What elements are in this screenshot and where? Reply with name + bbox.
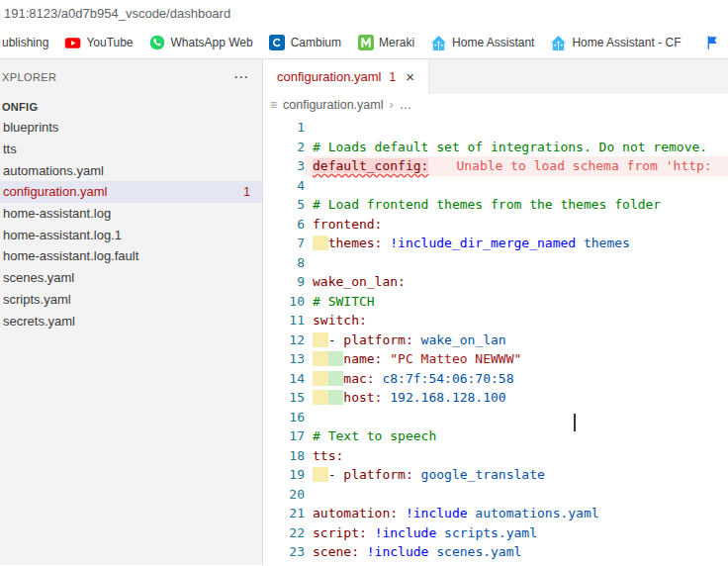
- line-number[interactable]: 2: [263, 138, 305, 157]
- line-number[interactable]: 13: [263, 349, 305, 369]
- bookmark-meraki[interactable]: Meraki: [357, 35, 414, 51]
- file-item-scenes-yaml[interactable]: scenes.yaml: [0, 267, 262, 289]
- breadcrumb-more[interactable]: …: [400, 98, 412, 112]
- code-line-9[interactable]: 9wake_on_lan:: [263, 272, 728, 292]
- line-number[interactable]: 21: [263, 504, 305, 523]
- code-text[interactable]: - platform: google_translate: [305, 465, 728, 485]
- code-line-7[interactable]: 7 themes: !include_dir_merge_named theme…: [263, 234, 728, 253]
- code-line-17[interactable]: 17# Text to speech: [263, 426, 728, 446]
- line-number[interactable]: 11: [263, 311, 305, 330]
- code-line-11[interactable]: 11switch:: [263, 311, 728, 330]
- code-line-3[interactable]: 3default_config:Unable to load schema fr…: [263, 156, 728, 176]
- code-line-4[interactable]: 4: [263, 176, 728, 196]
- code-line-12[interactable]: 12 - platform: wake_on_lan: [263, 330, 728, 350]
- address-bar[interactable]: 191:8123/a0d7b954_vscode/dashboard: [0, 0, 728, 27]
- bookmark-whatsapp-web[interactable]: WhatsApp Web: [149, 35, 253, 51]
- bookmark-youtube[interactable]: YouTube: [64, 35, 133, 51]
- code-text[interactable]: # SWITCH: [305, 292, 728, 312]
- line-number[interactable]: 17: [263, 426, 305, 446]
- code-line-18[interactable]: 18tts:: [263, 446, 728, 466]
- tab-configuration-yaml[interactable]: configuration.yaml 1 ×: [263, 59, 429, 94]
- bookmark-label: WhatsApp Web: [171, 36, 253, 49]
- line-number[interactable]: 10: [263, 292, 305, 312]
- code-line-10[interactable]: 10# SWITCH: [263, 292, 728, 312]
- bookmark-cambium[interactable]: Cambium: [269, 35, 341, 51]
- code-text[interactable]: switch:: [305, 311, 728, 330]
- breadcrumb-file[interactable]: configuration.yaml: [283, 98, 383, 112]
- file-item-blueprints[interactable]: blueprints: [0, 117, 262, 139]
- code-line-21[interactable]: 21automation: !include automations.yaml: [263, 504, 728, 523]
- code-text[interactable]: [305, 118, 728, 138]
- code-line-13[interactable]: 13 name: "PC Matteo NEWWW": [263, 349, 728, 369]
- code-text[interactable]: # Load frontend themes from the themes f…: [305, 195, 728, 215]
- file-item-scripts-yaml[interactable]: scripts.yaml: [0, 289, 262, 311]
- line-number[interactable]: 16: [263, 408, 305, 427]
- code-line-15[interactable]: 15 host: 192.168.128.100: [263, 388, 728, 408]
- code-text[interactable]: name: "PC Matteo NEWWW": [305, 349, 728, 369]
- code-line-23[interactable]: 23scene: !include scenes.yaml: [263, 542, 728, 562]
- code-text[interactable]: [305, 562, 728, 566]
- line-number[interactable]: 19: [263, 465, 305, 485]
- code-text[interactable]: scene: !include scenes.yaml: [305, 542, 728, 562]
- file-item-configuration-yaml[interactable]: configuration.yaml1: [0, 181, 262, 203]
- line-number[interactable]: 12: [263, 330, 305, 350]
- bookmark-home-assistant-cf[interactable]: Home Assistant - CF: [550, 35, 681, 51]
- code-text[interactable]: # Text to speech: [305, 426, 728, 446]
- file-item-home-assistant-log-1[interactable]: home-assistant.log.1: [0, 224, 262, 245]
- code-text[interactable]: host: 192.168.128.100: [305, 388, 728, 408]
- code-text[interactable]: [305, 176, 728, 196]
- line-number[interactable]: 4: [263, 176, 305, 196]
- line-number[interactable]: 7: [263, 234, 305, 253]
- code-line-19[interactable]: 19 - platform: google_translate: [263, 465, 728, 485]
- code-text[interactable]: automation: !include automations.yaml: [305, 504, 728, 523]
- code-text[interactable]: [305, 253, 728, 273]
- line-number[interactable]: 15: [263, 388, 305, 408]
- code-line-14[interactable]: 14 mac: c8:7f:54:06:70:58: [263, 369, 728, 389]
- code-line-1[interactable]: 1: [263, 118, 728, 138]
- code-text[interactable]: [305, 485, 728, 505]
- line-number[interactable]: 1: [263, 118, 305, 138]
- file-item-home-assistant-log-fault[interactable]: home-assistant.log.fault: [0, 245, 262, 267]
- code-editor[interactable]: 12# Loads default set of integrations. D…: [263, 116, 728, 565]
- code-text[interactable]: default_config:Unable to load schema fro…: [305, 156, 728, 176]
- line-number[interactable]: 9: [263, 272, 305, 292]
- line-number[interactable]: 3: [263, 156, 305, 176]
- code-text[interactable]: wake_on_lan:: [305, 272, 728, 292]
- tab-close-icon[interactable]: ×: [404, 68, 416, 85]
- file-item-automations-yaml[interactable]: automations.yaml: [0, 159, 262, 181]
- line-number[interactable]: 23: [263, 542, 305, 562]
- line-number[interactable]: 8: [263, 253, 305, 273]
- bookmark-home-assistant[interactable]: Home Assistant: [430, 35, 534, 51]
- code-line-2[interactable]: 2# Loads default set of integrations. Do…: [263, 138, 728, 157]
- bookmark-flag-icon[interactable]: [703, 35, 720, 51]
- file-item-tts[interactable]: tts: [0, 139, 262, 160]
- code-text[interactable]: tts:: [305, 446, 728, 466]
- more-actions-icon[interactable]: ⋯: [233, 72, 248, 82]
- line-number[interactable]: 20: [263, 485, 305, 505]
- line-number[interactable]: 5: [263, 195, 305, 215]
- code-text[interactable]: - platform: wake_on_lan: [305, 330, 728, 350]
- file-item-secrets-yaml[interactable]: secrets.yaml: [0, 310, 262, 331]
- code-text[interactable]: mac: c8:7f:54:06:70:58: [305, 369, 728, 389]
- line-number[interactable]: 24: [263, 562, 305, 566]
- code-text[interactable]: # Loads default set of integrations. Do …: [305, 138, 728, 157]
- file-item-home-assistant-log[interactable]: home-assistant.log: [0, 203, 262, 225]
- code-line-8[interactable]: 8: [263, 253, 728, 273]
- code-line-16[interactable]: 16: [263, 408, 728, 427]
- bookmark-ublishing[interactable]: ublishing: [2, 36, 48, 49]
- code-text[interactable]: themes: !include_dir_merge_named themes: [305, 234, 728, 253]
- line-number[interactable]: 14: [263, 369, 305, 389]
- code-line-20[interactable]: 20: [263, 485, 728, 505]
- code-line-5[interactable]: 5# Load frontend themes from the themes …: [263, 195, 728, 215]
- line-number[interactable]: 22: [263, 523, 305, 543]
- flag-icon: [703, 35, 720, 51]
- line-number[interactable]: 18: [263, 446, 305, 466]
- code-line-24[interactable]: 24: [263, 562, 728, 566]
- code-line-6[interactable]: 6frontend:: [263, 215, 728, 235]
- line-number[interactable]: 6: [263, 215, 305, 235]
- code-text[interactable]: frontend:: [305, 215, 728, 235]
- explorer-section-config[interactable]: ONFIG: [0, 87, 262, 117]
- code-text[interactable]: [305, 408, 728, 427]
- code-line-22[interactable]: 22script: !include scripts.yaml: [263, 523, 728, 543]
- code-text[interactable]: script: !include scripts.yaml: [305, 523, 728, 543]
